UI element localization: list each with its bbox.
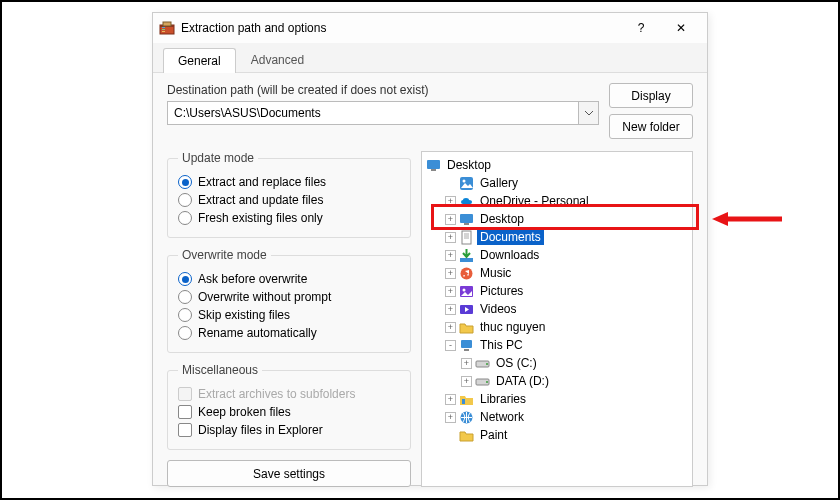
drive-icon [475, 356, 490, 371]
destination-path-label: Destination path (will be created if doe… [167, 83, 599, 97]
tree-label: Gallery [477, 175, 521, 191]
tree-node[interactable]: +Downloads [426, 246, 688, 264]
svg-rect-8 [460, 177, 473, 190]
radio-label: Extract and replace files [198, 175, 326, 189]
save-settings-button[interactable]: Save settings [167, 460, 411, 487]
radio-rename-auto[interactable]: Rename automatically [178, 324, 400, 342]
tree-node[interactable]: +Videos [426, 300, 688, 318]
svg-point-17 [461, 267, 473, 279]
tree-node[interactable]: +OS (C:) [426, 354, 688, 372]
pictures-icon [459, 284, 474, 299]
tree-node[interactable]: +Pictures [426, 282, 688, 300]
tree-node[interactable]: Paint [426, 426, 688, 444]
tree-node[interactable]: +Desktop [426, 210, 688, 228]
tree-node[interactable]: +DATA (D:) [426, 372, 688, 390]
chevron-down-icon [585, 111, 593, 116]
expand-icon[interactable]: + [445, 250, 456, 261]
path-row: Destination path (will be created if doe… [167, 83, 693, 139]
tree-node-root[interactable]: Desktop [426, 156, 688, 174]
svg-point-26 [486, 381, 488, 383]
music-icon [459, 266, 474, 281]
tree-label: thuc nguyen [477, 319, 548, 335]
radio-label: Extract and update files [198, 193, 323, 207]
expand-icon[interactable]: + [445, 232, 456, 243]
tab-advanced[interactable]: Advanced [236, 47, 319, 72]
radio-label: Skip existing files [198, 308, 290, 322]
expand-icon[interactable]: + [445, 304, 456, 315]
window-title: Extraction path and options [181, 21, 621, 35]
tree-node[interactable]: +Network [426, 408, 688, 426]
radio-icon [178, 175, 192, 189]
radio-label: Fresh existing files only [198, 211, 323, 225]
misc-legend: Miscellaneous [178, 363, 262, 377]
downloads-icon [459, 248, 474, 263]
radio-icon [178, 326, 192, 340]
svg-rect-27 [462, 399, 465, 404]
documents-icon [459, 230, 474, 245]
close-button[interactable]: ✕ [661, 14, 701, 42]
folder-icon [459, 428, 474, 443]
tree-node[interactable]: Gallery [426, 174, 688, 192]
destination-path-input[interactable] [167, 101, 579, 125]
videos-icon [459, 302, 474, 317]
radio-skip-existing[interactable]: Skip existing files [178, 306, 400, 324]
tree-node[interactable]: +Music [426, 264, 688, 282]
tree-node[interactable]: +thuc nguyen [426, 318, 688, 336]
radio-extract-update[interactable]: Extract and update files [178, 191, 400, 209]
path-dropdown-button[interactable] [579, 101, 599, 125]
expand-icon[interactable]: + [445, 214, 456, 225]
thispc-icon [459, 338, 474, 353]
check-label: Extract archives to subfolders [198, 387, 355, 401]
expand-icon[interactable]: + [445, 394, 456, 405]
expand-icon[interactable]: + [445, 268, 456, 279]
tree-label: Desktop [477, 211, 527, 227]
tree-node[interactable]: +Libraries [426, 390, 688, 408]
radio-fresh-only[interactable]: Fresh existing files only [178, 209, 400, 227]
expand-icon[interactable]: - [445, 340, 456, 351]
folder-icon [459, 320, 474, 335]
tab-bar: General Advanced [153, 43, 707, 73]
tree-node[interactable]: +Documents [426, 228, 688, 246]
radio-ask-overwrite[interactable]: Ask before overwrite [178, 270, 400, 288]
titlebar: Extraction path and options ? ✕ [153, 13, 707, 43]
expand-icon[interactable]: + [461, 358, 472, 369]
svg-rect-7 [431, 169, 436, 171]
expand-icon[interactable]: + [445, 412, 456, 423]
expand-icon[interactable]: + [445, 286, 456, 297]
expand-icon[interactable]: + [461, 376, 472, 387]
update-mode-group: Update mode Extract and replace files Ex… [167, 151, 411, 238]
svg-rect-16 [460, 258, 473, 262]
radio-label: Ask before overwrite [198, 272, 307, 286]
radio-label: Rename automatically [198, 326, 317, 340]
network-icon [459, 410, 474, 425]
radio-extract-replace[interactable]: Extract and replace files [178, 173, 400, 191]
checkbox-icon [178, 423, 192, 437]
desktop-icon [426, 158, 441, 173]
drive-icon [475, 374, 490, 389]
expand-icon[interactable]: + [445, 196, 456, 207]
svg-rect-22 [464, 349, 469, 351]
tree-label: Documents [477, 229, 544, 245]
display-button[interactable]: Display [609, 83, 693, 108]
app-icon [159, 20, 175, 36]
expand-spacer [445, 178, 456, 189]
svg-rect-2 [163, 22, 171, 26]
new-folder-button[interactable]: New folder [609, 114, 693, 139]
tab-general[interactable]: General [163, 48, 236, 73]
check-display-explorer[interactable]: Display files in Explorer [178, 421, 400, 439]
help-button[interactable]: ? [621, 14, 661, 42]
radio-icon [178, 211, 192, 225]
tree-node[interactable]: -This PC [426, 336, 688, 354]
check-label: Keep broken files [198, 405, 291, 419]
tree-node[interactable]: +OneDrive - Personal [426, 192, 688, 210]
folder-tree[interactable]: DesktopGallery+OneDrive - Personal+Deskt… [421, 151, 693, 487]
gallery-icon [459, 176, 474, 191]
radio-icon [178, 308, 192, 322]
svg-rect-5 [162, 31, 165, 32]
svg-rect-4 [162, 29, 165, 30]
tree-label: This PC [477, 337, 526, 353]
check-keep-broken[interactable]: Keep broken files [178, 403, 400, 421]
radio-overwrite-no-prompt[interactable]: Overwrite without prompt [178, 288, 400, 306]
dialog-content: Destination path (will be created if doe… [153, 73, 707, 475]
expand-icon[interactable]: + [445, 322, 456, 333]
